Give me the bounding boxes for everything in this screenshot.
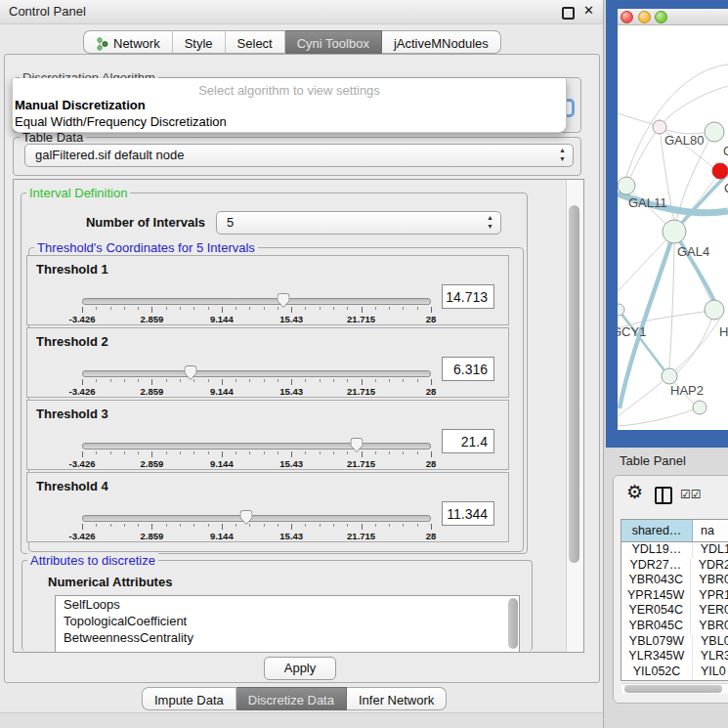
threshold-slider-2[interactable] [82, 370, 431, 377]
bottom-tab-impute-data[interactable]: Impute Data [142, 687, 236, 710]
combo-arrows-icon: ▲▼ [559, 146, 566, 163]
cell-shared-name[interactable]: YPR145W [621, 588, 691, 604]
attribute-item[interactable]: TopologicalCoefficient [56, 613, 519, 629]
network-node[interactable] [653, 120, 666, 134]
tick-label: 2.859 [141, 531, 164, 541]
table-hscrollbar[interactable] [621, 683, 728, 694]
threshold-slider-3[interactable] [82, 443, 431, 450]
cell-shared-name[interactable]: YDR27… [621, 558, 691, 574]
algorithm-option-manual[interactable]: Manual Discretization [15, 98, 146, 112]
bottom-tab-discretize-data[interactable]: Discretize Data [236, 687, 347, 710]
cell-shared-name[interactable]: YIL052C [621, 664, 693, 680]
columns-icon[interactable] [655, 487, 672, 504]
cell-name[interactable]: YLR3 [693, 649, 728, 664]
close-traffic-light[interactable] [621, 11, 633, 23]
close-icon[interactable]: ✕ [583, 4, 594, 18]
tab-style[interactable]: Style [173, 30, 226, 54]
table-row[interactable]: YBL079WYBL0 [621, 634, 728, 650]
attribute-item[interactable]: BetweennessCentrality [56, 629, 519, 646]
network-node[interactable] [712, 163, 728, 179]
table-row[interactable]: YDL19…YDL1 [621, 542, 728, 558]
column-header-name[interactable]: na [693, 520, 728, 541]
cell-name[interactable]: YER0 [691, 603, 728, 619]
node-label: H [719, 324, 728, 339]
control-panel-titlebar: Control Panel ✕ [0, 0, 603, 24]
threshold-slider-4[interactable] [82, 515, 431, 522]
minimize-traffic-light[interactable] [638, 11, 651, 23]
network-node[interactable] [705, 122, 724, 142]
numerical-attributes-list[interactable]: SelfLoopsTopologicalCoefficientBetweenne… [55, 595, 520, 653]
table-row[interactable]: YPR145WYPR1 [621, 588, 728, 604]
network-node[interactable] [618, 304, 624, 316]
tick-label: 28 [426, 386, 437, 397]
cell-shared-name[interactable]: YLR345W [621, 649, 693, 664]
thresholds-group-label: Threshold's Coordinates for 5 Intervals [34, 240, 258, 255]
table-data-combo[interactable]: galFiltered.sif default node ▲▼ [24, 144, 574, 167]
cell-name[interactable]: YDR2 [691, 558, 728, 574]
attribute-item[interactable]: SelfLoops [56, 596, 519, 613]
table-row[interactable]: YDR27…YDR2 [621, 558, 728, 574]
threshold-value-field[interactable]: 14.713 [442, 284, 494, 309]
tab-network[interactable]: Network [83, 30, 173, 54]
table-hscrollbar-thumb[interactable] [624, 685, 722, 693]
threshold-slider-1[interactable] [82, 298, 431, 305]
table-row[interactable]: YLR345WYLR3 [621, 649, 728, 664]
network-node[interactable] [693, 401, 707, 414]
threshold-value-field[interactable]: 21.4 [442, 429, 494, 453]
table-row[interactable]: YIL052CYIL0 [621, 664, 728, 680]
num-intervals-value: 5 [227, 215, 234, 230]
cell-name[interactable]: YDL1 [693, 542, 728, 558]
cell-name[interactable]: YIL0 [693, 664, 728, 680]
slider-thumb[interactable] [239, 510, 252, 525]
tab-select[interactable]: Select [226, 30, 285, 54]
bottom-tab-infer-network[interactable]: Infer Network [347, 687, 447, 710]
panel-scrollbar-thumb[interactable] [569, 205, 579, 563]
network-node[interactable] [618, 177, 635, 194]
network-node[interactable] [705, 300, 724, 320]
cell-shared-name[interactable]: YBL079W [621, 634, 693, 650]
panel-scrollbar-track[interactable] [566, 180, 583, 652]
table-row[interactable]: YBR045CYBR0 [621, 619, 728, 634]
node-label: GAL11 [628, 195, 667, 210]
algorithm-option-equal-width[interactable]: Equal Width/Frequency Discretization [15, 114, 227, 129]
gear-icon[interactable]: ⚙ [626, 483, 643, 502]
float-window-icon[interactable] [562, 7, 575, 20]
tab-jactivemnodules[interactable]: jActiveMNodules [382, 30, 501, 54]
table-row[interactable]: YER054CYER0 [621, 603, 728, 619]
cell-name[interactable]: YBL0 [693, 634, 728, 650]
tick-label: 28 [426, 531, 437, 541]
cell-shared-name[interactable]: YDL19… [621, 542, 693, 558]
table-row[interactable]: YBR043CYBR0 [621, 573, 728, 588]
window-footer [0, 712, 603, 728]
column-header-shared[interactable]: shared… [621, 520, 693, 541]
cell-shared-name[interactable]: YBR043C [621, 573, 691, 588]
cell-name[interactable]: YPR1 [691, 588, 728, 604]
slider-thumb[interactable] [185, 365, 197, 380]
cell-shared-name[interactable]: YBR045C [621, 619, 691, 634]
tick-label: 21.715 [347, 531, 375, 541]
apply-button[interactable]: Apply [264, 657, 336, 680]
zoom-traffic-light[interactable] [655, 11, 667, 23]
cell-name[interactable]: YBR0 [691, 573, 728, 588]
node-attribute-table[interactable]: shared… na YDL19…YDL1YDR27…YDR2YBR043CYB… [621, 519, 728, 681]
slider-ticks [82, 524, 431, 531]
num-intervals-spinner[interactable]: 5 ▲▼ [216, 211, 501, 235]
network-node[interactable] [662, 368, 677, 384]
network-node[interactable] [663, 220, 686, 243]
tick-label: 2.859 [141, 386, 164, 397]
network-nodes[interactable] [618, 120, 728, 414]
threshold-value-field[interactable]: 6.316 [442, 357, 494, 381]
cell-name[interactable]: YBR0 [691, 619, 728, 634]
select-columns-icon[interactable]: ☑☑ [680, 488, 702, 501]
network-canvas[interactable]: GAL80GACGAL11GAL4GCY1HHAP2 [618, 25, 728, 430]
tick-label: 2.859 [141, 314, 164, 324]
tab-cyni-toolbox[interactable]: Cyni Toolbox [285, 30, 382, 54]
tick-label: -3.426 [69, 386, 96, 397]
tick-label: 28 [426, 314, 437, 324]
slider-thumb[interactable] [351, 438, 364, 452]
tick-label: -3.426 [69, 314, 96, 324]
slider-thumb[interactable] [277, 293, 289, 308]
attributes-scrollbar[interactable] [508, 598, 518, 649]
cell-shared-name[interactable]: YER054C [621, 603, 691, 619]
threshold-value-field[interactable]: 11.344 [442, 501, 494, 526]
